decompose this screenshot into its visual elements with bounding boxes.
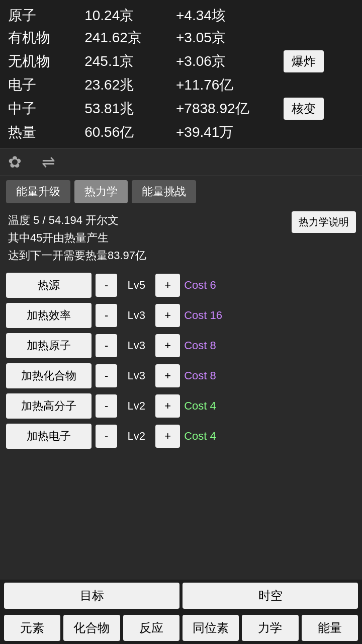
upgrade-row: 加热化合物-Lv3+Cost 8 [6,363,356,388]
tab-row: 能量升级热力学能量挑战 [0,176,362,207]
upgrade-name-btn-加热高分子[interactable]: 加热高分子 [6,393,92,419]
tab-energy-upgrade[interactable]: 能量升级 [6,180,70,203]
info-section: 温度 5 / 54.194 开尔文 其中45开由热量产生 达到下一开需要热量83… [0,207,362,269]
stat-value-原子: 10.24京 [84,6,172,25]
stat-value-中子: 53.81兆 [84,99,172,118]
upgrade-level-热源: Lv5 [121,279,151,292]
gear-icon[interactable]: ✿ [8,152,22,172]
upgrade-level-加热效率: Lv3 [121,309,151,322]
upgrade-minus-btn-热源[interactable]: - [96,274,117,297]
upgrade-row: 加热效率-Lv3+Cost 16 [6,303,356,328]
shuffle-icon[interactable]: ⇌ [42,152,55,172]
stat-value-无机物: 245.1京 [84,52,172,71]
bottom-nav-btn-nengliang[interactable]: 能量 [302,615,358,641]
bottom-nav-btn-tongyisu[interactable]: 同位素 [183,615,239,641]
upgrade-plus-btn-加热高分子[interactable]: + [155,394,180,418]
stat-label-有机物: 有机物 [8,28,80,47]
stat-rate-原子: +4.34垓 [176,6,280,25]
upgrade-section: 热源-Lv5+Cost 6加热效率-Lv3+Cost 16加热原子-Lv3+Co… [0,269,362,453]
upgrade-name-btn-热源[interactable]: 热源 [6,273,92,298]
stat-rate-电子: +11.76亿 [176,75,280,95]
stat-action-btn-爆炸[interactable]: 爆炸 [284,50,324,72]
upgrade-level-加热高分子: Lv2 [121,399,151,413]
stat-rate-中子: +7838.92亿 [176,99,280,118]
upgrade-plus-btn-加热原子[interactable]: + [155,334,180,357]
stat-rate-有机物: +3.05京 [176,28,280,47]
stat-value-电子: 23.62兆 [84,75,172,95]
upgrade-cost-加热高分子: Cost 4 [184,399,239,413]
stat-action-btn-核变[interactable]: 核变 [284,98,324,120]
upgrade-cost-加热化合物: Cost 8 [184,369,239,382]
stat-value-有机物: 241.62京 [84,28,172,47]
explain-button[interactable]: 热力学说明 [292,211,356,233]
upgrade-row: 加热电子-Lv2+Cost 4 [6,424,356,449]
bottom-nav-btn-mubiao[interactable]: 目标 [4,583,179,609]
upgrade-row: 加热原子-Lv3+Cost 8 [6,333,356,358]
upgrade-plus-btn-加热化合物[interactable]: + [155,364,180,387]
upgrade-level-加热原子: Lv3 [121,339,151,352]
info-line3: 达到下一开需要热量83.97亿 [8,247,354,264]
stat-label-热量: 热量 [8,123,80,142]
bottom-nav: 目标时空 元素化合物反应同位素力学能量 [0,580,362,644]
upgrade-name-btn-加热效率[interactable]: 加热效率 [6,303,92,328]
bottom-nav-btn-fanying[interactable]: 反应 [123,615,179,641]
upgrade-minus-btn-加热原子[interactable]: - [96,334,117,357]
upgrade-minus-btn-加热电子[interactable]: - [96,425,117,448]
bottom-nav-row2: 元素化合物反应同位素力学能量 [0,612,362,644]
stat-label-电子: 电子 [8,75,80,95]
stat-label-原子: 原子 [8,6,80,25]
upgrade-name-btn-加热电子[interactable]: 加热电子 [6,424,92,449]
stat-rate-热量: +39.41万 [176,123,280,142]
upgrade-cost-加热原子: Cost 8 [184,339,239,352]
stat-label-中子: 中子 [8,99,80,118]
tab-thermodynamics[interactable]: 热力学 [74,180,128,203]
bottom-nav-btn-yuansu[interactable]: 元素 [4,615,60,641]
upgrade-minus-btn-加热高分子[interactable]: - [96,394,117,418]
upgrade-minus-btn-加热效率[interactable]: - [96,304,117,327]
upgrade-plus-btn-加热效率[interactable]: + [155,304,180,327]
upgrade-name-btn-加热化合物[interactable]: 加热化合物 [6,363,92,388]
upgrade-plus-btn-加热电子[interactable]: + [155,425,180,448]
stat-label-无机物: 无机物 [8,52,80,71]
stats-panel: 原子10.24京+4.34垓有机物241.62京+3.05京无机物245.1京+… [0,0,362,148]
upgrade-cost-加热效率: Cost 16 [184,309,239,322]
bottom-nav-btn-hehuiwu[interactable]: 化合物 [63,615,120,641]
stat-value-热量: 60.56亿 [84,123,172,142]
tab-energy-challenge[interactable]: 能量挑战 [132,180,196,203]
upgrade-minus-btn-加热化合物[interactable]: - [96,364,117,387]
upgrade-level-加热化合物: Lv3 [121,369,151,382]
bottom-nav-btn-lixue[interactable]: 力学 [242,615,298,641]
upgrade-name-btn-加热原子[interactable]: 加热原子 [6,333,92,358]
bottom-nav-row1: 目标时空 [0,580,362,612]
upgrade-cost-热源: Cost 6 [184,279,239,292]
upgrade-plus-btn-热源[interactable]: + [155,274,180,297]
bottom-nav-btn-shikong[interactable]: 时空 [183,583,358,609]
upgrade-row: 加热高分子-Lv2+Cost 4 [6,393,356,419]
upgrade-row: 热源-Lv5+Cost 6 [6,273,356,298]
upgrade-cost-加热电子: Cost 4 [184,430,239,443]
stat-rate-无机物: +3.06京 [176,52,280,71]
icon-bar: ✿ ⇌ [0,148,362,176]
upgrade-level-加热电子: Lv2 [121,430,151,443]
